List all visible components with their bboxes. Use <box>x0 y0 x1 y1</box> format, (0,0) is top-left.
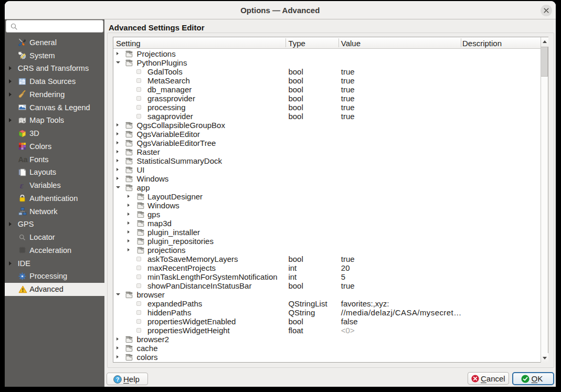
svg-text:ε: ε <box>19 182 23 190</box>
svg-text:?: ? <box>115 376 119 383</box>
svg-text:a: a <box>23 155 27 164</box>
